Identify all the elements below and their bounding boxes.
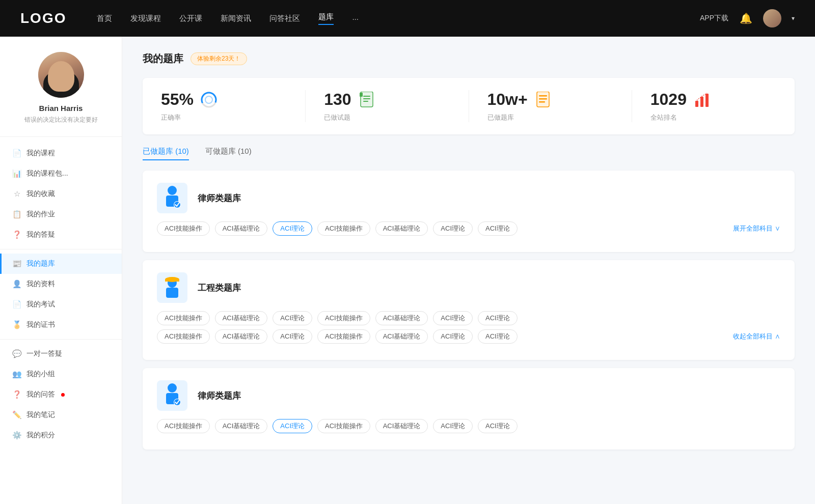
nav-opencourse[interactable]: 公开课 bbox=[179, 14, 202, 23]
tag-3-0-1[interactable]: ACI基础理论 bbox=[215, 419, 268, 433]
mynotes-icon: ✏️ bbox=[12, 410, 21, 419]
tag-1-0-2[interactable]: ACI理论 bbox=[273, 221, 312, 236]
tag-2-0-0[interactable]: ACI技能操作 bbox=[157, 311, 210, 325]
app-download[interactable]: APP下载 bbox=[700, 14, 728, 23]
tag-2-0-4[interactable]: ACI基础理论 bbox=[375, 311, 428, 325]
qbank-title-2: 工程类题库 bbox=[198, 282, 241, 294]
nav-discover[interactable]: 发现课程 bbox=[130, 14, 161, 23]
main-content: 我的题库 体验剩余23天！ 55% 正确率 bbox=[122, 37, 815, 504]
myqbank-label: 我的题库 bbox=[26, 259, 55, 268]
tag-1-0-3[interactable]: ACI技能操作 bbox=[317, 221, 370, 236]
sidebar-item-mycollect[interactable]: ☆ 我的收藏 bbox=[0, 184, 122, 204]
profile-avatar bbox=[38, 52, 84, 98]
myhomework-label: 我的作业 bbox=[26, 210, 55, 219]
tag-2-0-6[interactable]: ACI理论 bbox=[478, 311, 518, 325]
sidebar-item-mynotes[interactable]: ✏️ 我的笔记 bbox=[0, 405, 122, 425]
notification-bell[interactable]: 🔔 bbox=[739, 11, 753, 25]
tag-3-0-2[interactable]: ACI理论 bbox=[273, 419, 312, 433]
stat-value-4: 1029 bbox=[650, 90, 687, 109]
question-badge bbox=[61, 393, 65, 397]
doc-green-icon bbox=[358, 91, 376, 109]
myexam-icon: 📄 bbox=[12, 300, 21, 309]
tag-3-0-4[interactable]: ACI基础理论 bbox=[375, 419, 428, 433]
qbank-tags-1-0: ACI技能操作 ACI基础理论 ACI理论 ACI技能操作 ACI基础理论 AC… bbox=[157, 221, 518, 236]
svg-rect-7 bbox=[363, 101, 368, 102]
tag-2-1-0[interactable]: ACI技能操作 bbox=[157, 329, 210, 344]
sidebar-item-mydata[interactable]: 👤 我的资料 bbox=[0, 274, 122, 294]
sidebar-item-myhomework[interactable]: 📋 我的作业 bbox=[0, 204, 122, 225]
svg-rect-6 bbox=[363, 98, 370, 99]
tag-1-0-6[interactable]: ACI理论 bbox=[478, 221, 518, 236]
pie-chart-icon bbox=[200, 91, 218, 109]
tag-2-1-2[interactable]: ACI理论 bbox=[273, 329, 312, 344]
tag-1-0-4[interactable]: ACI基础理论 bbox=[375, 221, 428, 236]
tag-2-1-1[interactable]: ACI基础理论 bbox=[215, 329, 268, 344]
qbank-header-2: 工程类题库 bbox=[157, 272, 780, 303]
tag-2-1-5[interactable]: ACI理论 bbox=[433, 329, 473, 344]
qbank-card-lawyer-2: 律师类题库 ACI技能操作 ACI基础理论 ACI理论 ACI技能操作 ACI基… bbox=[143, 368, 795, 450]
qbank-header-3: 律师类题库 bbox=[157, 380, 780, 411]
tab-available[interactable]: 可做题库 (10) bbox=[205, 147, 252, 160]
nav-more[interactable]: ··· bbox=[352, 14, 359, 23]
qbank-header-1: 律师类题库 bbox=[157, 183, 780, 213]
qbank-tags-row-2-1: ACI技能操作 ACI基础理论 ACI理论 ACI技能操作 ACI基础理论 AC… bbox=[157, 329, 780, 344]
myqa-icon: ❓ bbox=[12, 230, 21, 239]
user-avatar[interactable] bbox=[763, 9, 781, 27]
svg-point-2 bbox=[205, 96, 212, 103]
tag-2-0-1[interactable]: ACI基础理论 bbox=[215, 311, 268, 325]
nav-qa[interactable]: 问答社区 bbox=[269, 14, 300, 23]
sidebar-item-mygroup[interactable]: 👥 我的小组 bbox=[0, 364, 122, 384]
qbank-card-engineer: 工程类题库 ACI技能操作 ACI基础理论 ACI理论 ACI技能操作 ACI基… bbox=[143, 260, 795, 360]
tag-2-1-3[interactable]: ACI技能操作 bbox=[317, 329, 370, 344]
tag-3-0-3[interactable]: ACI技能操作 bbox=[317, 419, 370, 433]
tag-2-0-3[interactable]: ACI技能操作 bbox=[317, 311, 370, 325]
doc-orange-icon bbox=[534, 91, 552, 109]
mycourse-icon: 📄 bbox=[12, 149, 21, 158]
expand-link-1[interactable]: 展开全部科目 ∨ bbox=[733, 224, 780, 233]
sidebar-item-mycert[interactable]: 🏅 我的证书 bbox=[0, 315, 122, 335]
nav-news[interactable]: 新闻资讯 bbox=[221, 14, 251, 23]
onetoone-icon: 💬 bbox=[12, 349, 21, 358]
bar-red-icon bbox=[693, 91, 711, 109]
tag-2-0-2[interactable]: ACI理论 bbox=[273, 311, 312, 325]
nav-home[interactable]: 首页 bbox=[97, 14, 112, 23]
qbank-title-3: 律师类题库 bbox=[198, 390, 241, 402]
sidebar-item-myqbank[interactable]: 📰 我的题库 bbox=[0, 254, 122, 274]
tabs-bar: 已做题库 (10) 可做题库 (10) bbox=[143, 147, 795, 160]
tag-1-0-5[interactable]: ACI理论 bbox=[433, 221, 473, 236]
navbar-right: APP下载 🔔 ▾ bbox=[700, 9, 795, 27]
sidebar-item-onetoone[interactable]: 💬 一对一答疑 bbox=[0, 344, 122, 364]
qbank-tags-row-3-0: ACI技能操作 ACI基础理论 ACI理论 ACI技能操作 ACI基础理论 AC… bbox=[157, 419, 780, 433]
sidebar-profile: Brian Harris 错误的决定比没有决定要好 bbox=[0, 52, 122, 137]
svg-rect-15 bbox=[700, 97, 703, 107]
sidebar-item-mycourse[interactable]: 📄 我的课程 bbox=[0, 143, 122, 163]
avatar-inner bbox=[38, 52, 84, 98]
stat-top-4: 1029 bbox=[650, 90, 711, 109]
stat-value-1: 55% bbox=[161, 90, 194, 109]
mycollect-label: 我的收藏 bbox=[26, 189, 55, 199]
tag-2-0-5[interactable]: ACI理论 bbox=[433, 311, 473, 325]
mycert-label: 我的证书 bbox=[26, 320, 55, 329]
tag-1-0-0[interactable]: ACI技能操作 bbox=[157, 221, 210, 236]
sidebar-item-myqa[interactable]: ❓ 我的答疑 bbox=[0, 225, 122, 245]
tag-2-1-4[interactable]: ACI基础理论 bbox=[375, 329, 428, 344]
tag-2-1-6[interactable]: ACI理论 bbox=[478, 329, 518, 344]
sidebar-item-mycoursepkg[interactable]: 📊 我的课程包... bbox=[0, 163, 122, 184]
stat-value-2: 130 bbox=[324, 90, 351, 109]
tag-3-0-6[interactable]: ACI理论 bbox=[478, 419, 518, 433]
sidebar-item-mypoints[interactable]: ⚙️ 我的积分 bbox=[0, 425, 122, 445]
tag-1-0-1[interactable]: ACI基础理论 bbox=[215, 221, 268, 236]
tab-done[interactable]: 已做题库 (10) bbox=[143, 147, 189, 160]
tag-3-0-0[interactable]: ACI技能操作 bbox=[157, 419, 210, 433]
tag-3-0-5[interactable]: ACI理论 bbox=[433, 419, 473, 433]
qbank-icon-lawyer-1 bbox=[157, 183, 187, 213]
page-layout: Brian Harris 错误的决定比没有决定要好 📄 我的课程 📊 我的课程包… bbox=[0, 37, 815, 504]
mypoints-label: 我的积分 bbox=[26, 431, 55, 440]
stat-done-questions: 130 已做试题 bbox=[306, 90, 469, 122]
collapse-link-2[interactable]: 收起全部科目 ∧ bbox=[733, 332, 780, 341]
nav-qbank[interactable]: 题库 bbox=[318, 12, 334, 25]
mypoints-icon: ⚙️ bbox=[12, 431, 21, 440]
sidebar-item-myquestion[interactable]: ❓ 我的问答 bbox=[0, 384, 122, 405]
user-dropdown-arrow[interactable]: ▾ bbox=[792, 15, 795, 22]
sidebar-item-myexam[interactable]: 📄 我的考试 bbox=[0, 294, 122, 315]
